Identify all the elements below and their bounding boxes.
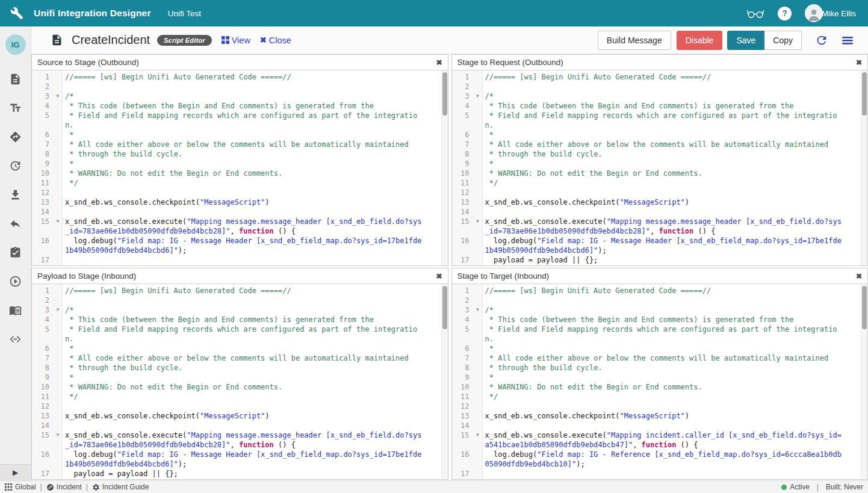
fold-arrow-icon[interactable]: ▼ [54, 430, 62, 450]
save-button[interactable]: Save [727, 31, 764, 50]
build-message-button[interactable]: Build Message [598, 31, 671, 50]
code-line[interactable]: * [482, 373, 868, 382]
panel-close-icon[interactable]: ✖ [436, 273, 442, 280]
code-line[interactable]: payload = payload || {}; [482, 255, 868, 265]
code-line[interactable]: * [482, 344, 868, 353]
code-line[interactable]: * This code (between the Begin and End c… [62, 101, 448, 111]
code-line[interactable] [62, 207, 448, 217]
code-line[interactable]: payload.message = payload.message || {}; [62, 479, 448, 479]
code-line[interactable]: x_snd_eb.ws_console.checkpoint("MessageS… [62, 411, 448, 421]
code-line[interactable]: * [62, 373, 448, 382]
code-line[interactable]: * This code (between the Begin and End c… [482, 315, 868, 324]
code-line[interactable]: var default_value = (function () { [482, 479, 868, 479]
code-line[interactable]: * All code either above or below the com… [62, 140, 448, 149]
code-editor[interactable]: 1//===== [ws] Begin Unifi Auto Generated… [452, 70, 868, 265]
code-line[interactable]: * Field and Field mapping records which … [482, 111, 868, 130]
code-icon[interactable] [0, 324, 31, 353]
code-line[interactable]: * WARNING: Do not edit the Begin or End … [62, 169, 448, 178]
user-menu[interactable]: Mike Ellis [805, 4, 856, 22]
code-line[interactable]: * All code either above or below the com… [482, 140, 868, 149]
code-line[interactable] [482, 469, 868, 479]
code-line[interactable] [62, 296, 448, 305]
code-line[interactable]: * This code (between the Begin and End c… [482, 101, 868, 111]
help-button[interactable]: ? [778, 7, 792, 20]
vertical-scrollbar[interactable] [861, 70, 867, 265]
code-line[interactable]: //===== [ws] Begin Unifi Auto Generated … [482, 286, 868, 296]
vertical-scrollbar[interactable] [441, 70, 448, 265]
code-line[interactable]: * WARNING: Do not edit the Begin or End … [62, 382, 448, 392]
sidebar-expand-button[interactable]: ▶ [0, 464, 31, 480]
code-line[interactable]: payload.message = payload.message || {}; [482, 265, 868, 265]
code-line[interactable] [62, 82, 448, 91]
code-editor[interactable]: 1//===== [ws] Begin Unifi Auto Generated… [32, 284, 448, 479]
code-line[interactable]: //===== [ws] Begin Unifi Auto Generated … [62, 286, 448, 296]
code-line[interactable] [482, 402, 868, 411]
fold-arrow-icon[interactable]: ▼ [54, 265, 62, 265]
code-line[interactable] [62, 402, 448, 411]
hamburger-menu-icon[interactable] [840, 33, 855, 48]
code-line[interactable]: log.debug("Field map: IG - Message Heade… [62, 236, 448, 255]
copy-button[interactable]: Copy [764, 31, 802, 50]
code-line[interactable]: * [62, 159, 448, 169]
scope-incident[interactable]: Incident [46, 483, 82, 491]
view-button[interactable]: View [222, 36, 250, 45]
fold-arrow-icon[interactable]: ▼ [54, 91, 62, 101]
code-line[interactable]: */ [62, 178, 448, 188]
code-line[interactable]: * [482, 130, 868, 140]
code-line[interactable]: /* [482, 305, 868, 315]
code-editor[interactable]: 1//===== [ws] Begin Unifi Auto Generated… [452, 284, 868, 479]
scrollbar-thumb[interactable] [442, 72, 447, 116]
play-circle-icon[interactable] [0, 267, 31, 296]
code-line[interactable]: */ [62, 392, 448, 402]
scrollbar-thumb[interactable] [862, 72, 867, 116]
scope-incident-guide[interactable]: Incident Guide [92, 483, 149, 491]
fold-arrow-icon[interactable]: ▼ [54, 217, 62, 236]
code-line[interactable]: x_snd_eb.ws_console.checkpoint("MessageS… [482, 411, 868, 421]
code-line[interactable] [482, 421, 868, 430]
code-line[interactable]: x_snd_eb.ws_console.execute("Mapping inc… [482, 430, 868, 450]
vertical-scrollbar[interactable] [861, 284, 867, 479]
fold-arrow-icon[interactable]: ▼ [474, 479, 482, 479]
text-fields-icon[interactable] [0, 93, 31, 122]
disable-button[interactable]: Disable [677, 31, 723, 50]
code-line[interactable] [482, 82, 868, 91]
document-icon[interactable] [0, 64, 31, 93]
code-line[interactable]: x_snd_eb.ws_console.execute("Mapping mes… [62, 217, 448, 236]
code-line[interactable]: var default_value = (function () { [62, 265, 448, 265]
code-line[interactable]: * Field and Field mapping records which … [482, 324, 868, 344]
code-line[interactable]: //===== [ws] Begin Unifi Auto Generated … [62, 72, 448, 82]
code-line[interactable]: * [62, 130, 448, 140]
code-line[interactable] [62, 421, 448, 430]
code-line[interactable]: x_snd_eb.ws_console.execute("Mapping mes… [62, 430, 448, 450]
code-line[interactable]: * [62, 344, 448, 353]
fold-arrow-icon[interactable]: ▼ [474, 305, 482, 315]
close-button[interactable]: ✖ Close [260, 36, 291, 45]
code-editor[interactable]: 1//===== [ws] Begin Unifi Auto Generated… [32, 70, 448, 265]
code-line[interactable]: * Field and Field mapping records which … [62, 324, 448, 344]
code-line[interactable]: * through the build cycle. [482, 149, 868, 159]
book-icon[interactable] [0, 296, 31, 324]
code-line[interactable] [482, 207, 868, 217]
code-line[interactable]: * through the build cycle. [62, 149, 448, 159]
code-line[interactable]: * WARNING: Do not edit the Begin or End … [482, 169, 868, 178]
code-line[interactable] [482, 188, 868, 197]
code-line[interactable]: * through the build cycle. [62, 363, 448, 373]
code-line[interactable]: * [482, 159, 868, 169]
code-line[interactable]: */ [482, 178, 868, 188]
directions-icon[interactable] [0, 122, 31, 151]
code-line[interactable]: log.debug("Field map: IG - Message Heade… [62, 450, 448, 469]
fold-arrow-icon[interactable]: ▼ [474, 430, 482, 450]
code-line[interactable]: //===== [ws] Begin Unifi Auto Generated … [482, 72, 868, 82]
code-line[interactable]: * All code either above or below the com… [62, 353, 448, 363]
code-line[interactable]: /* [62, 91, 448, 101]
code-line[interactable]: * All code either above or below the com… [482, 353, 868, 363]
clipboard-check-icon[interactable] [0, 238, 31, 267]
panel-close-icon[interactable]: ✖ [856, 59, 862, 66]
code-line[interactable]: */ [482, 392, 868, 402]
panel-close-icon[interactable]: ✖ [856, 273, 862, 280]
fold-arrow-icon[interactable]: ▼ [54, 305, 62, 315]
code-line[interactable] [62, 255, 448, 265]
code-line[interactable]: /* [482, 91, 868, 101]
code-line[interactable] [482, 296, 868, 305]
code-line[interactable]: * through the build cycle. [482, 363, 868, 373]
